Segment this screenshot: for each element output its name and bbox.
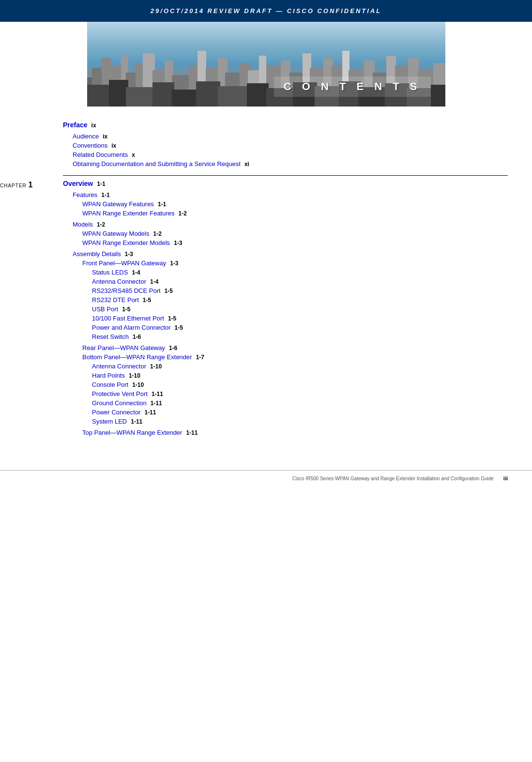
- ethernet-port-page: 1-5: [168, 315, 176, 322]
- reset-switch-page: 1-6: [133, 334, 141, 340]
- toc-hard-points: Hard Points 1-10: [63, 372, 508, 379]
- audience-link[interactable]: Audience: [73, 133, 99, 140]
- antenna-connector-link[interactable]: Antenna Connector: [92, 278, 146, 285]
- console-port-link[interactable]: Console Port: [92, 381, 128, 388]
- chapter-word: CHAPTER: [0, 183, 29, 188]
- toc-wpan-re-models: WPAN Range Extender Models 1-3: [63, 239, 508, 246]
- toc-preface: Preface ix: [63, 121, 508, 129]
- toc-antenna-connector: Antenna Connector 1-4: [63, 278, 508, 285]
- top-panel-link[interactable]: Top Panel—WPAN Range Extender: [82, 429, 182, 436]
- front-panel-link[interactable]: Front Panel—WPAN Gateway: [82, 259, 166, 267]
- toc-related-docs: Related Documents x: [63, 151, 508, 158]
- toc-protective-vent: Protective Vent Port 1-11: [63, 390, 508, 397]
- antenna-connector-bottom-link[interactable]: Antenna Connector: [92, 363, 146, 370]
- svg-rect-42: [247, 83, 269, 107]
- related-docs-link[interactable]: Related Documents: [73, 151, 128, 158]
- system-led-link[interactable]: System LED: [92, 418, 127, 425]
- antenna-connector-page: 1-4: [150, 278, 158, 285]
- contents-label: C O N T E N T S: [284, 80, 421, 92]
- preface-link[interactable]: Preface: [63, 121, 88, 129]
- features-link[interactable]: Features: [73, 191, 97, 198]
- assembly-details-page: 1-3: [125, 251, 133, 258]
- status-leds-page: 1-4: [132, 269, 140, 276]
- audience-page: ix: [103, 133, 107, 140]
- header-text: 29/OCT/2014 REVIEW DRAFT — CISCO CONFIDE…: [151, 7, 381, 15]
- top-panel-page: 1-11: [186, 429, 198, 436]
- wpan-re-models-link[interactable]: WPAN Range Extender Models: [82, 239, 170, 246]
- rs232-485-dce-link[interactable]: RS232/RS485 DCE Port: [92, 287, 161, 294]
- wpan-re-features-page: 1-2: [179, 210, 187, 217]
- contents-overlay: C O N T E N T S: [274, 76, 431, 97]
- svg-rect-41: [218, 86, 249, 107]
- footer-page: iii: [503, 475, 508, 481]
- power-alarm-connector-link[interactable]: Power and Alarm Connector: [92, 324, 171, 331]
- toc-antenna-connector-bottom: Antenna Connector 1-10: [63, 363, 508, 370]
- console-port-page: 1-10: [132, 381, 144, 388]
- overview-page: 1-1: [97, 181, 105, 187]
- ground-connection-page: 1-11: [151, 400, 162, 407]
- obtaining-docs-page: xi: [244, 161, 249, 168]
- toc-ground-connection: Ground Connection 1-11: [63, 399, 508, 407]
- toc-rear-panel: Rear Panel—WPAN Gateway 1-6: [63, 344, 508, 351]
- wpan-re-features-link[interactable]: WPAN Range Extender Features: [82, 210, 175, 217]
- rear-panel-link[interactable]: Rear Panel—WPAN Gateway: [82, 344, 165, 351]
- protective-vent-page: 1-11: [152, 391, 163, 397]
- rs232-dte-link[interactable]: RS232 DTE Port: [92, 296, 139, 304]
- svg-rect-37: [126, 87, 155, 107]
- wpan-gw-features-link[interactable]: WPAN Gateway Features: [82, 200, 154, 208]
- reset-switch-link[interactable]: Reset Switch: [92, 333, 129, 340]
- footer: Cisco IR500 Series WPAN Gateway and Rang…: [0, 470, 532, 486]
- svg-rect-36: [109, 80, 128, 107]
- power-alarm-connector-page: 1-5: [175, 324, 183, 331]
- toc-preface-section: Preface ix Audience ix Conventions ix Re…: [63, 121, 508, 168]
- models-page: 1-2: [97, 221, 105, 228]
- overview-link[interactable]: Overview: [63, 180, 93, 187]
- front-panel-page: 1-3: [170, 260, 178, 267]
- power-connector-link[interactable]: Power Connector: [92, 409, 140, 416]
- wpan-gw-models-link[interactable]: WPAN Gateway Models: [82, 230, 149, 237]
- toc-usb-port: USB Port 1-5: [63, 305, 508, 313]
- wpan-re-models-page: 1-3: [174, 240, 182, 246]
- rs232-485-dce-page: 1-5: [165, 288, 173, 294]
- chapter1-label: CHAPTER 1: [0, 180, 63, 189]
- obtaining-docs-link[interactable]: Obtaining Documentation and Submitting a…: [73, 160, 241, 168]
- toc-wpan-gw-models: WPAN Gateway Models 1-2: [63, 230, 508, 237]
- toc-conventions: Conventions ix: [63, 142, 508, 149]
- city-image-container: C O N T E N T S: [0, 22, 532, 107]
- toc-top-panel: Top Panel—WPAN Range Extender 1-11: [63, 429, 508, 436]
- conventions-link[interactable]: Conventions: [73, 142, 107, 149]
- hard-points-link[interactable]: Hard Points: [92, 372, 125, 379]
- status-leds-link[interactable]: Status LEDS: [92, 269, 128, 276]
- toc-features: Features 1-1: [63, 191, 508, 198]
- related-docs-page: x: [132, 152, 135, 158]
- svg-rect-38: [152, 82, 174, 107]
- wpan-gw-features-page: 1-1: [158, 201, 166, 208]
- protective-vent-link[interactable]: Protective Vent Port: [92, 390, 148, 397]
- svg-rect-39: [172, 90, 198, 107]
- toc-overview: Overview 1-1: [63, 180, 508, 187]
- toc-ethernet-port: 10/100 Fast Ethernet Port 1-5: [63, 315, 508, 322]
- ground-connection-link[interactable]: Ground Connection: [92, 399, 147, 407]
- chapter1-row: CHAPTER 1 Overview 1-1 Features 1-1 WPAN…: [63, 180, 508, 438]
- svg-rect-40: [196, 81, 220, 107]
- toc-power-connector: Power Connector 1-11: [63, 409, 508, 416]
- antenna-connector-bottom-page: 1-10: [150, 363, 162, 370]
- toc-status-leds: Status LEDS 1-4: [63, 269, 508, 276]
- rs232-dte-page: 1-5: [143, 297, 151, 304]
- ethernet-port-link[interactable]: 10/100 Fast Ethernet Port: [92, 315, 164, 322]
- toc-audience: Audience ix: [63, 133, 508, 140]
- models-link[interactable]: Models: [73, 221, 93, 228]
- svg-rect-35: [87, 85, 111, 107]
- toc-wpan-re-features: WPAN Range Extender Features 1-2: [63, 210, 508, 217]
- header-banner: 29/OCT/2014 REVIEW DRAFT — CISCO CONFIDE…: [0, 0, 532, 22]
- toc-wpan-gw-features: WPAN Gateway Features 1-1: [63, 200, 508, 208]
- toc-assembly-details: Assembly Details 1-3: [63, 250, 508, 258]
- toc-system-led: System LED 1-11: [63, 418, 508, 425]
- toc-main: Preface ix Audience ix Conventions ix Re…: [0, 107, 532, 456]
- footer-text: Cisco IR500 Series WPAN Gateway and Rang…: [292, 476, 494, 481]
- system-led-page: 1-11: [131, 418, 142, 425]
- assembly-details-link[interactable]: Assembly Details: [73, 250, 121, 258]
- usb-port-link[interactable]: USB Port: [92, 305, 118, 313]
- bottom-panel-link[interactable]: Bottom Panel—WPAN Range Extender: [82, 353, 192, 361]
- toc-models: Models 1-2: [63, 221, 508, 228]
